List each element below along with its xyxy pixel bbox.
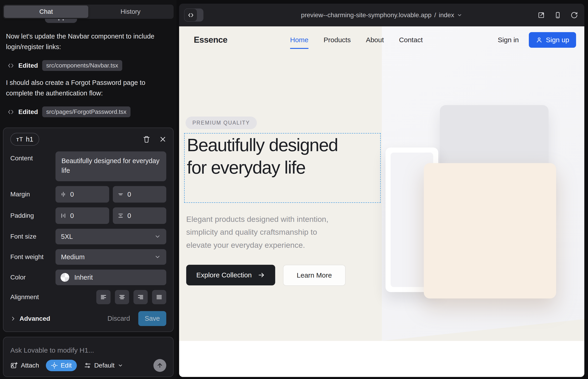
close-icon — [159, 136, 166, 143]
tab-chat[interactable]: Chat — [4, 5, 88, 18]
padding-label: Padding — [10, 212, 56, 219]
decorative-card-beige — [424, 163, 556, 299]
text-type-icon: тT — [16, 136, 23, 143]
chat-history-tabs: Chat History — [3, 5, 174, 19]
chevron-down-icon — [457, 12, 462, 18]
attach-button[interactable]: Attach — [10, 362, 39, 369]
font-weight-select[interactable]: Medium — [56, 249, 166, 265]
content-textarea[interactable]: Beautifully designed for everyday life — [56, 151, 166, 181]
chat-composer[interactable]: Ask Lovable to modify H1... Attach Edit … — [3, 337, 174, 377]
color-swatch — [61, 273, 69, 282]
hero-curve-decoration — [382, 319, 584, 341]
hero-section: Essence Home Products About Contact Sign… — [179, 26, 584, 341]
element-editor-panel: тT h1 Content Beautifully designed for e… — [3, 127, 174, 332]
nav-link-products[interactable]: Products — [324, 36, 351, 44]
align-justify-button[interactable] — [152, 290, 166, 304]
composer-input[interactable]: Ask Lovable to modify H1... — [10, 347, 166, 354]
learn-more-button[interactable]: Learn More — [283, 265, 346, 286]
mobile-view-button[interactable] — [554, 12, 561, 19]
align-center-icon — [119, 294, 125, 300]
model-default-button[interactable]: Default — [84, 362, 123, 369]
align-right-button[interactable] — [134, 290, 148, 304]
current-page: index — [439, 12, 454, 19]
nav-link-about[interactable]: About — [366, 36, 384, 44]
open-in-new-tab-button[interactable] — [538, 12, 545, 19]
padding-vertical-input[interactable]: 0 — [113, 207, 167, 224]
chevron-right-icon — [10, 316, 16, 321]
margin-vertical-input[interactable]: 0 — [113, 186, 167, 203]
clipped-chip — [45, 19, 77, 23]
code-icon — [7, 62, 14, 69]
refresh-button[interactable] — [571, 12, 578, 19]
refresh-icon — [571, 12, 578, 19]
color-label: Color — [10, 274, 56, 281]
lovable-sidebar: Chat History Now let's update the Navbar… — [0, 0, 177, 379]
external-link-icon — [538, 12, 545, 19]
margin-vertical-icon — [117, 191, 124, 198]
align-left-button[interactable] — [96, 290, 110, 304]
margin-horizontal-icon — [60, 191, 66, 198]
nav-link-contact[interactable]: Contact — [399, 36, 423, 44]
font-size-select[interactable]: 5XL — [56, 229, 166, 244]
rendered-page: Essence Home Products About Contact Sign… — [179, 26, 584, 377]
advanced-toggle[interactable]: Advanced — [10, 315, 50, 322]
hero-heading[interactable]: Beautifully designed for everyday life — [187, 134, 352, 179]
tab-history[interactable]: History — [88, 5, 173, 18]
edited-label: Edited — [18, 108, 38, 116]
assistant-message: Now let's update the Navbar component to… — [6, 31, 169, 52]
font-size-label: Font size — [10, 233, 56, 240]
edited-label: Edited — [18, 62, 38, 69]
arrow-right-icon — [258, 271, 265, 279]
assistant-message: I should also create a Forgot Password p… — [6, 78, 169, 99]
sliders-icon — [84, 362, 91, 369]
attach-image-icon — [10, 362, 18, 369]
element-tag-name: h1 — [26, 136, 33, 143]
preview-url: preview--charming-site-symphony.lovable.… — [301, 12, 432, 19]
content-label: Content — [10, 155, 56, 162]
selected-element-tag: тT h1 — [10, 133, 39, 146]
url-bar[interactable]: preview--charming-site-symphony.lovable.… — [179, 4, 584, 26]
edit-mode-button[interactable]: Edit — [46, 360, 77, 371]
url-separator: / — [434, 12, 436, 19]
margin-label: Margin — [10, 191, 56, 198]
close-editor-button[interactable] — [159, 136, 166, 143]
premium-quality-badge: PREMIUM QUALITY — [186, 117, 257, 129]
send-button[interactable] — [154, 359, 166, 372]
sign-in-link[interactable]: Sign in — [498, 36, 519, 44]
smartphone-icon — [554, 12, 561, 19]
hero-description: Elegant products designed with intention… — [186, 213, 342, 252]
nav-link-home[interactable]: Home — [290, 36, 309, 44]
user-icon — [536, 36, 542, 43]
padding-vertical-icon — [117, 212, 124, 219]
edited-file-row: Edited src/components/Navbar.tsx — [7, 60, 122, 71]
color-picker-field[interactable]: Inherit — [56, 269, 166, 285]
edited-file-row: Edited src/pages/ForgotPassword.tsx — [7, 107, 130, 117]
margin-horizontal-input[interactable]: 0 — [56, 186, 109, 203]
padding-horizontal-input[interactable]: 0 — [56, 207, 109, 224]
explore-collection-button[interactable]: Explore Collection — [186, 265, 275, 285]
code-icon — [7, 109, 14, 115]
chevron-down-icon — [154, 233, 161, 240]
sign-up-button[interactable]: Sign up — [529, 32, 576, 48]
font-weight-label: Font weight — [10, 253, 56, 261]
chevron-down-icon — [118, 363, 123, 368]
alignment-label: Alignment — [10, 293, 56, 301]
preview-browser: preview--charming-site-symphony.lovable.… — [179, 4, 584, 377]
delete-element-button[interactable] — [143, 136, 150, 143]
selected-element-outline[interactable]: Beautifully designed for everyday life — [184, 133, 381, 203]
align-justify-icon — [156, 294, 163, 300]
file-chip-forgot-password[interactable]: src/pages/ForgotPassword.tsx — [42, 107, 131, 117]
site-navbar: Essence Home Products About Contact Sign… — [179, 26, 584, 53]
discard-button[interactable]: Discard — [108, 315, 130, 322]
align-center-button[interactable] — [115, 290, 129, 304]
site-logo[interactable]: Essence — [194, 35, 228, 45]
align-left-icon — [100, 294, 107, 300]
arrow-up-icon — [157, 362, 163, 369]
save-button[interactable]: Save — [138, 311, 166, 326]
file-chip-navbar[interactable]: src/components/Navbar.tsx — [42, 60, 123, 71]
browser-toolbar: preview--charming-site-symphony.lovable.… — [179, 4, 584, 26]
padding-horizontal-icon — [60, 212, 66, 219]
chevron-down-icon — [154, 254, 161, 260]
align-right-icon — [137, 294, 144, 300]
target-icon — [51, 362, 58, 369]
